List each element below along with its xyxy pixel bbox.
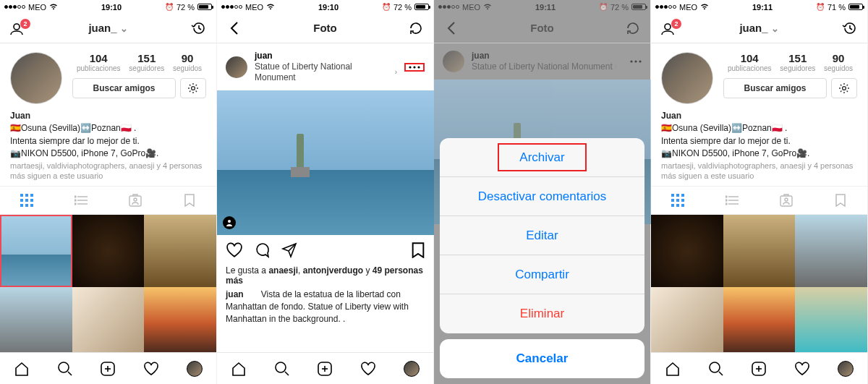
stat-followers[interactable]: 151seguidores bbox=[780, 52, 815, 72]
nav-profile[interactable] bbox=[404, 361, 420, 377]
svg-point-34 bbox=[634, 60, 637, 62]
sheet-delete[interactable]: Eliminar bbox=[440, 294, 644, 333]
discover-people-button[interactable]: 2 bbox=[9, 22, 26, 35]
share-button[interactable] bbox=[281, 242, 298, 258]
grid-photo-1[interactable] bbox=[0, 215, 72, 287]
tab-grid[interactable] bbox=[0, 187, 54, 214]
tab-tagged[interactable] bbox=[760, 187, 814, 214]
view-mode-tabs bbox=[0, 186, 216, 215]
find-friends-button[interactable]: Buscar amigos bbox=[72, 78, 176, 98]
nav-activity[interactable] bbox=[794, 362, 810, 376]
post-options-button[interactable] bbox=[404, 63, 425, 72]
caption-user[interactable]: juan bbox=[226, 289, 244, 299]
svg-rect-8 bbox=[25, 204, 28, 207]
settings-button[interactable] bbox=[180, 78, 206, 98]
discover-people-button[interactable]: 2 bbox=[660, 22, 677, 35]
svg-point-53 bbox=[785, 198, 788, 201]
battery-percent: 72 % bbox=[176, 3, 195, 12]
like-button[interactable] bbox=[226, 242, 243, 258]
tab-list[interactable] bbox=[705, 187, 760, 214]
stat-posts[interactable]: 104publicaciones bbox=[77, 52, 121, 72]
grid-photo-1[interactable] bbox=[651, 215, 723, 287]
add-post-icon bbox=[100, 361, 116, 377]
back-button[interactable] bbox=[226, 21, 243, 35]
tab-list[interactable] bbox=[54, 187, 109, 214]
bio-line-3: 📷NIKON D5500, iPhone 7, GoPro🎥. bbox=[10, 148, 206, 160]
nav-title: Foto bbox=[313, 22, 336, 34]
svg-line-55 bbox=[719, 372, 723, 375]
search-icon bbox=[708, 361, 724, 377]
nav-home[interactable] bbox=[14, 361, 30, 377]
nav-home[interactable] bbox=[231, 361, 247, 377]
tab-saved[interactable] bbox=[813, 187, 867, 214]
svg-point-18 bbox=[59, 362, 69, 372]
tab-saved[interactable] bbox=[162, 187, 216, 214]
grid-photo-2[interactable] bbox=[723, 215, 796, 287]
stat-posts[interactable]: 104publicaciones bbox=[728, 52, 772, 72]
signal-dots-icon bbox=[4, 5, 25, 9]
screen-profile-after: MEO 19:11 ⏰ 71 % 2 juan_⌄ 104publicacion… bbox=[651, 0, 868, 384]
nav-activity[interactable] bbox=[143, 362, 159, 376]
nav-activity[interactable] bbox=[360, 362, 376, 376]
grid-photo-4[interactable] bbox=[651, 287, 723, 352]
nav-search[interactable] bbox=[708, 361, 724, 377]
svg-point-24 bbox=[413, 66, 415, 68]
nav-add[interactable] bbox=[100, 361, 116, 377]
likes-label[interactable]: Le gusta a anaesji, antonjverdugo y 49 p… bbox=[217, 265, 433, 289]
archive-history-button[interactable] bbox=[841, 20, 859, 36]
archive-history-button[interactable] bbox=[190, 20, 208, 36]
tab-tagged[interactable] bbox=[109, 187, 163, 214]
grid-photo-4[interactable] bbox=[0, 287, 72, 352]
sheet-cancel[interactable]: Cancelar bbox=[440, 339, 644, 378]
post-photo[interactable] bbox=[217, 90, 434, 235]
grid-photo-2[interactable] bbox=[72, 215, 145, 287]
post-username[interactable]: juan bbox=[255, 51, 397, 61]
nav-add[interactable] bbox=[317, 361, 333, 377]
post-location[interactable]: Statue of Liberty National Monument › bbox=[255, 61, 397, 83]
nav-search[interactable] bbox=[57, 361, 73, 377]
nav-profile[interactable] bbox=[187, 361, 203, 377]
avatar-icon bbox=[187, 361, 203, 377]
find-friends-button[interactable]: Buscar amigos bbox=[723, 78, 827, 98]
battery-percent: 72 % bbox=[393, 3, 412, 12]
grid-photo-6[interactable] bbox=[795, 287, 867, 352]
nav-add[interactable] bbox=[751, 361, 767, 377]
grid-photo-5[interactable] bbox=[72, 287, 145, 352]
refresh-button[interactable] bbox=[407, 21, 425, 35]
nav-search[interactable] bbox=[274, 361, 290, 377]
tagged-people-indicator[interactable] bbox=[223, 216, 236, 229]
username-dropdown[interactable]: juan_⌄ bbox=[739, 22, 778, 34]
save-button[interactable] bbox=[412, 242, 425, 258]
battery-icon bbox=[848, 4, 863, 10]
sheet-disable-comments[interactable]: Desactivar comentarios bbox=[440, 177, 644, 216]
nav-home[interactable] bbox=[665, 361, 681, 377]
sheet-archive[interactable]: Archivar bbox=[440, 138, 644, 177]
svg-point-17 bbox=[134, 198, 137, 201]
battery-icon bbox=[414, 4, 429, 10]
svg-rect-2 bbox=[25, 194, 28, 197]
sheet-edit[interactable]: Editar bbox=[440, 216, 644, 255]
heart-icon bbox=[360, 362, 376, 376]
post-avatar[interactable] bbox=[226, 56, 247, 78]
view-mode-tabs bbox=[651, 186, 867, 215]
comment-button[interactable] bbox=[253, 242, 271, 258]
grid-photo-6[interactable] bbox=[144, 287, 216, 352]
username-dropdown[interactable]: juan_⌄ bbox=[88, 22, 127, 34]
stat-following[interactable]: 90seguidos bbox=[824, 52, 853, 72]
person-icon bbox=[226, 219, 232, 226]
svg-point-36 bbox=[843, 87, 846, 90]
grid-photo-3[interactable] bbox=[144, 215, 216, 287]
stat-following[interactable]: 90seguidos bbox=[173, 52, 202, 72]
stat-followers[interactable]: 151seguidores bbox=[129, 52, 164, 72]
bio-line-1: 🇪🇸Osuna (Sevilla)↔️Poznan🇵🇱 . bbox=[10, 122, 206, 135]
profile-avatar[interactable] bbox=[10, 52, 62, 104]
settings-button[interactable] bbox=[831, 78, 857, 98]
post-header: juan Statue of Liberty National Monument… bbox=[434, 43, 650, 80]
nav-profile[interactable] bbox=[838, 361, 854, 377]
grid-photo-3[interactable] bbox=[795, 215, 867, 287]
sheet-share[interactable]: Compartir bbox=[440, 255, 644, 294]
tab-grid[interactable] bbox=[651, 187, 705, 214]
grid-icon bbox=[671, 194, 684, 207]
grid-photo-5[interactable] bbox=[723, 287, 796, 352]
profile-avatar[interactable] bbox=[661, 52, 713, 104]
